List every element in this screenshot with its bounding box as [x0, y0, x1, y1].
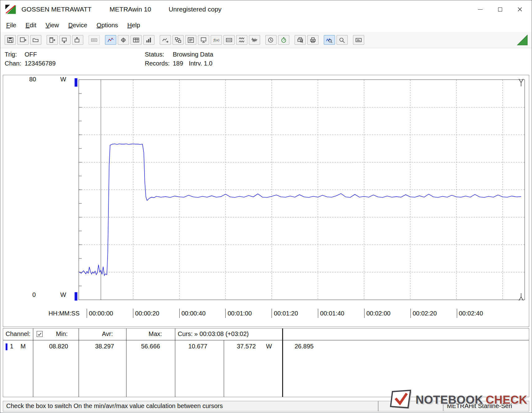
open-folder-icon — [32, 37, 39, 43]
device-read-button[interactable] — [59, 35, 71, 45]
numeric-panel-icon — [226, 37, 232, 43]
minimize-button[interactable] — [470, 2, 490, 16]
avr-column-header: Avr: — [102, 330, 113, 338]
plot-area[interactable] — [79, 79, 525, 300]
tools-group: ƒ(x) — [160, 35, 260, 45]
split-waveform-button[interactable] — [236, 35, 247, 45]
interval-value: 1.0 — [204, 60, 213, 67]
save-button[interactable] — [5, 35, 16, 45]
close-button[interactable] — [510, 2, 530, 16]
notebookcheck-logo-icon — [390, 390, 413, 410]
license-status: Unregistered copy — [168, 6, 221, 13]
column-divider — [79, 329, 79, 397]
y-cursor-handle-top[interactable] — [75, 78, 77, 87]
cursor2-unit-cell: W — [266, 343, 272, 350]
x-axis-tick: 00:01:20 — [272, 309, 298, 318]
x-axis-tick: 00:02:20 — [410, 309, 437, 318]
chan-label: Chan: — [5, 59, 25, 68]
line-chart-icon — [107, 37, 114, 43]
device-download-icon — [62, 37, 68, 43]
menu-bar: File Edit View Device Options Help — [0, 18, 532, 32]
acquisition-info: Status:Browsing Data Records:189Intrv. 1… — [145, 50, 213, 68]
monitor-button[interactable] — [198, 35, 209, 45]
corner-triangle-icon — [517, 34, 528, 46]
print-button[interactable] — [307, 35, 319, 45]
transfer-settings-icon — [175, 37, 181, 43]
device-transfer-group — [47, 35, 83, 45]
save-export-button[interactable] — [17, 35, 29, 45]
menu-view[interactable]: View — [41, 19, 64, 32]
export-chart-icon — [162, 37, 169, 43]
numeric-display-button[interactable] — [223, 35, 235, 45]
print-preview-button[interactable] — [295, 35, 306, 45]
gossen-metrawatt-logo-icon — [5, 4, 16, 15]
trigger-timer-button[interactable] — [278, 35, 289, 45]
avr-value-cell: 38.297 — [95, 343, 114, 350]
status-value: Browsing Data — [173, 51, 213, 58]
lcd-display-icon — [91, 37, 98, 43]
display-group — [89, 35, 100, 45]
status-panel: Trig:OFF Chan:123456789 Status:Browsing … — [0, 48, 532, 75]
maximize-button[interactable] — [490, 2, 510, 16]
x-axis-tick: 00:01:00 — [225, 309, 252, 318]
minimize-icon — [478, 9, 483, 10]
clock-icon — [268, 37, 274, 43]
waveform-button[interactable] — [249, 35, 260, 45]
clock-button[interactable] — [265, 35, 277, 45]
view-group — [105, 35, 154, 45]
table-view-button[interactable] — [131, 35, 142, 45]
zoom-waveform-icon — [326, 37, 333, 43]
formula-button[interactable]: ƒ(x) — [211, 35, 222, 45]
menu-help[interactable]: Help — [123, 19, 145, 32]
statusbar-hint: Check the box to switch On the min/avr/m… — [3, 401, 378, 411]
y-axis-unit-top: W — [60, 76, 66, 83]
memory-read-button[interactable] — [47, 35, 58, 45]
y-axis-max-label: 80 — [29, 76, 36, 83]
print-preview-icon — [297, 37, 304, 43]
annotation-button[interactable] — [353, 35, 364, 45]
menu-file[interactable]: File — [2, 19, 21, 32]
interval-label: Intrv. — [189, 60, 202, 67]
chart-view-button[interactable] — [105, 35, 116, 45]
print-group — [295, 35, 319, 45]
trig-label: Trig: — [5, 50, 25, 59]
crosshair-icon — [120, 37, 127, 43]
menu-device[interactable]: Device — [64, 19, 92, 32]
minmax-checkbox[interactable] — [37, 331, 43, 337]
xy-view-button[interactable] — [118, 35, 129, 45]
x-axis-title: HH:MM:SS — [48, 310, 80, 317]
open-button[interactable] — [30, 35, 41, 45]
menu-edit[interactable]: Edit — [21, 19, 41, 32]
formula-icon: ƒ(x) — [213, 37, 220, 43]
app-window: GOSSEN METRAWATT METRAwin 10 Unregistere… — [0, 0, 532, 413]
zoom-curve-button[interactable] — [324, 35, 335, 45]
y-axis-min-label: 0 — [32, 291, 36, 298]
x-axis-tick: 00:00:20 — [133, 309, 159, 318]
cursor2-value-cell: 37.572 — [237, 343, 256, 350]
printer-icon — [310, 37, 316, 43]
zoom-button[interactable] — [337, 35, 348, 45]
delta-value-cell: 26.895 — [295, 343, 314, 350]
watermark-text-notebook: NOTEBOOK — [415, 393, 483, 406]
chart-export-button[interactable] — [160, 35, 171, 45]
y-cursor-handle-bottom[interactable] — [75, 292, 77, 301]
chan-value: 123456789 — [25, 60, 56, 67]
column-divider — [33, 329, 33, 397]
settings-transfer-button[interactable] — [172, 35, 184, 45]
lcd-button[interactable] — [89, 35, 100, 45]
records-value: 189 — [173, 60, 183, 67]
header-divider — [3, 340, 529, 340]
column-divider — [126, 329, 126, 397]
menu-options[interactable]: Options — [92, 19, 123, 32]
histogram-view-button[interactable] — [143, 35, 154, 45]
checkbox-check-icon — [38, 332, 42, 336]
text-label-icon — [355, 37, 362, 43]
column-divider — [224, 340, 224, 397]
monitor-icon — [200, 37, 207, 43]
max-value-cell: 56.666 — [141, 343, 160, 350]
cursor1-value-cell: 10.677 — [188, 343, 207, 350]
channel-list-button[interactable] — [185, 35, 196, 45]
device-send-button[interactable] — [72, 35, 83, 45]
file-button-group — [5, 35, 41, 45]
svg-text:ƒ(x): ƒ(x) — [213, 38, 219, 42]
